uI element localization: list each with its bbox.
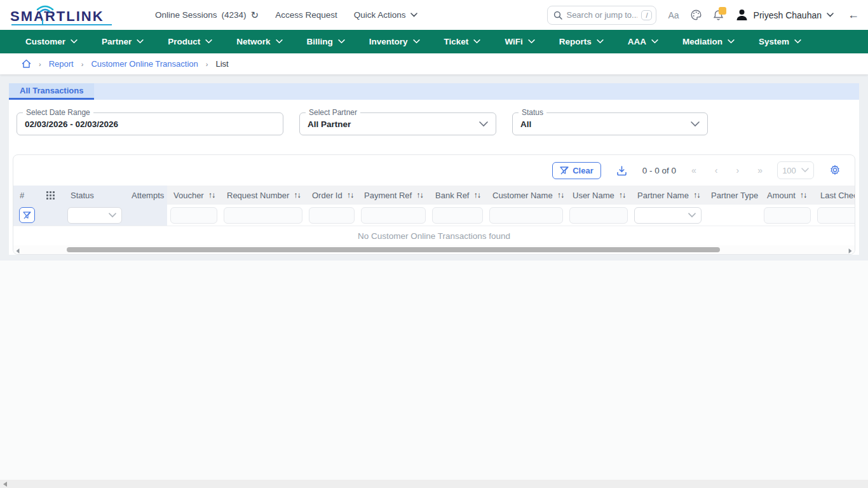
column-header-user-name[interactable]: User Name↑↓ <box>566 186 631 205</box>
filter-select-partner-name[interactable] <box>634 207 702 224</box>
filter-input-voucher[interactable] <box>170 207 217 224</box>
chevron-down-icon <box>801 168 809 173</box>
filter-input-amount[interactable] <box>764 207 811 224</box>
column-header-grid-icon <box>40 186 64 205</box>
sort-icon[interactable]: ↑↓ <box>208 191 215 200</box>
sort-icon[interactable]: ↑↓ <box>557 191 564 200</box>
back-arrow-button[interactable]: ← <box>848 8 859 22</box>
filter-cell-customer-name <box>486 205 566 226</box>
download-icon[interactable] <box>616 165 627 176</box>
logo-underline-arrow <box>42 20 43 25</box>
column-header-payment-ref[interactable]: Payment Ref↑↓ <box>358 186 429 205</box>
refresh-icon[interactable]: ↻ <box>251 10 259 21</box>
breadcrumb-separator: › <box>81 60 84 68</box>
chevron-down-icon <box>71 39 78 44</box>
notification-badge <box>719 7 726 15</box>
font-size-toggle[interactable]: Aa <box>668 10 679 20</box>
column-header-order-id[interactable]: Order Id↑↓ <box>306 186 358 205</box>
theme-palette-button[interactable] <box>691 10 702 20</box>
chevron-down-icon <box>413 39 420 44</box>
column-header-customer-name[interactable]: Customer Name↑↓ <box>486 186 566 205</box>
column-header-amount[interactable]: Amount↑↓ <box>761 186 814 205</box>
nav-item-customer[interactable]: Customer <box>25 37 78 46</box>
column-header-bank-ref[interactable]: Bank Ref↑↓ <box>429 186 486 205</box>
nav-item-product[interactable]: Product <box>168 37 212 46</box>
column-header-partner-name[interactable]: Partner Name↑↓ <box>631 186 705 205</box>
filter-input-order-id[interactable] <box>309 207 355 224</box>
chevron-down-icon <box>691 121 700 127</box>
breadcrumb-item-customer-online-transaction[interactable]: Customer Online Transaction <box>91 59 198 69</box>
nav-item-inventory[interactable]: Inventory <box>369 37 420 46</box>
filter-cell-voucher <box>167 205 220 226</box>
main-nav: CustomerPartnerProductNetworkBillingInve… <box>0 30 868 53</box>
filter-select-status[interactable] <box>67 207 122 224</box>
row-filter-clear-button[interactable] <box>19 207 35 223</box>
column-header-request-number[interactable]: Request Number↑↓ <box>220 186 306 205</box>
page-horizontal-scrollbar[interactable] <box>0 480 868 488</box>
filter-cell-user-name <box>566 205 631 226</box>
next-page-button[interactable]: › <box>736 165 739 175</box>
tab-all-transactions[interactable]: All Transactions <box>9 83 94 100</box>
prev-page-button[interactable]: ‹ <box>715 165 717 175</box>
sort-icon[interactable]: ↑↓ <box>416 191 423 200</box>
sort-icon[interactable]: ↑↓ <box>473 191 480 200</box>
scroll-left-arrow[interactable] <box>17 248 20 254</box>
first-page-button[interactable]: « <box>691 165 696 175</box>
wifi-icon <box>34 1 56 13</box>
chevron-down-icon <box>109 213 116 218</box>
column-header-partner-type: Partner Type <box>705 186 761 205</box>
pagination-controls: « ‹ › » <box>691 165 762 175</box>
user-menu[interactable]: Priyesh Chauhan <box>735 8 834 22</box>
transactions-table: Clear 0 - 0 of 0 « ‹ › » 100 #Stat <box>13 154 855 255</box>
nav-item-system[interactable]: System <box>759 37 801 46</box>
table-toolbar: Clear 0 - 0 of 0 « ‹ › » 100 <box>13 155 855 186</box>
nav-item-partner[interactable]: Partner <box>102 37 144 46</box>
online-sessions[interactable]: Online Sessions (4234) ↻ <box>155 10 259 21</box>
date-range-field[interactable]: Select Date Range 02/03/2026 - 02/03/202… <box>17 112 283 135</box>
page-size-select[interactable]: 100 <box>777 161 814 179</box>
sort-icon[interactable]: ↑↓ <box>693 191 700 200</box>
filter-input-user-name[interactable] <box>569 207 628 224</box>
filter-input-customer-name[interactable] <box>489 207 563 224</box>
sort-icon[interactable]: ↑↓ <box>800 191 807 200</box>
table-filter-row <box>13 205 855 226</box>
filter-input-last-chec[interactable] <box>817 207 855 224</box>
search-input[interactable]: Search or jump to... / <box>547 6 656 25</box>
nav-item-wifi[interactable]: WiFi <box>505 37 534 46</box>
scroll-right-arrow[interactable] <box>849 248 852 254</box>
nav-item-network[interactable]: Network <box>236 37 282 46</box>
clear-filters-button[interactable]: Clear <box>552 162 601 179</box>
sort-icon[interactable]: ↑↓ <box>294 191 301 200</box>
chevron-down-icon <box>728 39 735 44</box>
filter-input-payment-ref[interactable] <box>361 207 426 224</box>
last-page-button[interactable]: » <box>757 165 762 175</box>
notifications-button[interactable] <box>713 10 724 21</box>
table-horizontal-scrollbar <box>13 245 855 254</box>
chevron-down-icon <box>479 121 488 127</box>
column-header-voucher[interactable]: Voucher↑↓ <box>167 186 220 205</box>
access-request-link[interactable]: Access Request <box>275 10 337 20</box>
filter-input-request-number[interactable] <box>224 207 302 224</box>
filter-cell-attempts <box>125 205 167 226</box>
partner-select[interactable]: Select Partner All Partner <box>299 112 496 135</box>
chevron-down-icon <box>827 13 834 17</box>
gear-icon[interactable] <box>829 165 841 176</box>
sort-icon[interactable]: ↑↓ <box>347 191 354 200</box>
home-icon[interactable] <box>22 59 31 69</box>
breadcrumb-item-report[interactable]: Report <box>49 59 74 69</box>
scrollbar-thumb[interactable] <box>67 247 720 252</box>
filter-input-bank-ref[interactable] <box>432 207 483 224</box>
table-scroll-area: #StatusAttemptsVoucher↑↓Request Number↑↓… <box>13 186 855 226</box>
nav-item-billing[interactable]: Billing <box>307 37 345 46</box>
nav-item-mediation[interactable]: Mediation <box>682 37 735 46</box>
status-select[interactable]: Status All <box>512 112 708 135</box>
nav-item-reports[interactable]: Reports <box>559 37 604 46</box>
quick-actions-menu[interactable]: Quick Actions <box>354 10 417 20</box>
nav-item-aaa[interactable]: AAA <box>628 37 658 46</box>
nav-item-ticket[interactable]: Ticket <box>444 37 481 46</box>
filter-cell-payment-ref <box>358 205 429 226</box>
smartlink-logo[interactable]: SMARTLINK <box>9 3 117 28</box>
content-area: All Transactions Select Date Range 02/03… <box>0 74 868 261</box>
sort-icon[interactable]: ↑↓ <box>619 191 626 200</box>
breadcrumb-item-list: List <box>215 59 228 69</box>
